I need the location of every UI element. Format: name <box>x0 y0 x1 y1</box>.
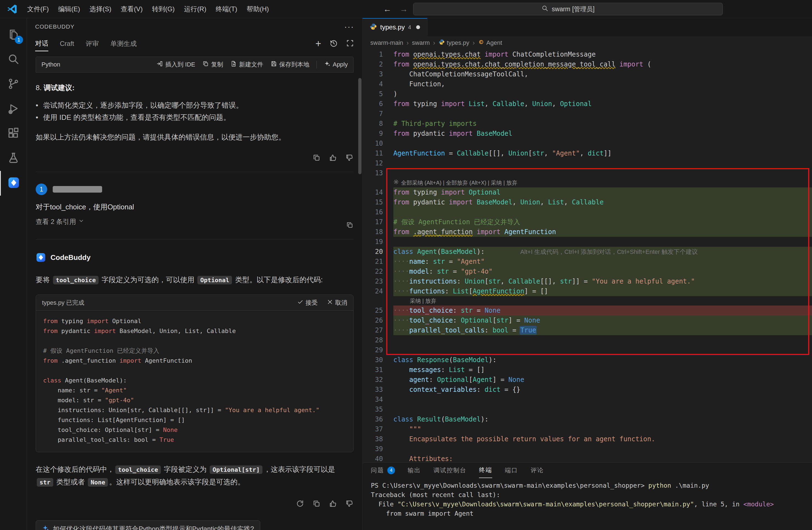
history-icon[interactable] <box>330 39 338 48</box>
codelens-actions[interactable]: 采纳 | 放弃 <box>393 296 812 306</box>
panel-tab-端口[interactable]: 端口 <box>505 463 518 478</box>
more-actions-icon[interactable]: ··· <box>344 22 354 31</box>
unsaved-dot-icon[interactable] <box>416 25 420 29</box>
panel-tab-问题[interactable]: 问题4 <box>371 463 395 478</box>
code-token: typing <box>413 100 437 108</box>
activity-codebuddy[interactable] <box>0 171 27 196</box>
code-token: openai.types.chat <box>413 51 481 58</box>
toolbar-insert-button[interactable]: 插入到 IDE <box>157 60 195 69</box>
text-segment: 在这个修改后的代码中， <box>36 465 114 473</box>
menu-查看(V)[interactable]: 查看(V) <box>116 0 147 18</box>
breadcrumb-item-swarm[interactable]: swarm <box>412 39 430 46</box>
codelens-actions[interactable]: 全部采纳 (Alt+A) | 全部放弃 (Alt+X) | 采纳 | 放弃 <box>393 178 812 187</box>
cancel-button[interactable]: 取消 <box>327 299 347 307</box>
line-number: 39 <box>363 444 393 454</box>
code-token: True <box>159 436 174 443</box>
codebuddy-tab-Craft[interactable]: Craft <box>60 37 74 50</box>
thumbs-up-icon[interactable] <box>329 500 337 509</box>
activity-explorer[interactable]: 1 <box>0 23 27 47</box>
code-token: : <box>429 376 437 383</box>
suggestion-chip[interactable]: 如何优化这段代码使其更符合Python类型提示和Pydantic的最佳实践? <box>36 520 260 530</box>
line-number: 13 <box>363 168 393 178</box>
codebuddy-tab-单测生成[interactable]: 单测生成 <box>110 37 137 51</box>
breadcrumb-item-types.py[interactable]: types.py <box>439 39 469 47</box>
save-icon <box>271 60 277 69</box>
menu-转到(G)[interactable]: 转到(G) <box>147 0 179 18</box>
panel-tab-输出[interactable]: 输出 <box>408 463 421 478</box>
editor[interactable]: 1from openai.types.chat import ChatCompl… <box>363 50 812 462</box>
assistant-name: CodeBuddy <box>50 253 91 262</box>
code-token: ···· <box>393 288 409 295</box>
menu-运行(R)[interactable]: 运行(R) <box>179 0 211 18</box>
activity-run-debug[interactable] <box>0 97 27 122</box>
toolbar-sparkle-button[interactable]: Apply <box>324 60 348 69</box>
breadcrumb-item-Agent[interactable]: Agent <box>478 39 502 47</box>
line-number <box>363 178 393 187</box>
toolbar-new-file-button[interactable]: 新建文件 <box>230 60 263 69</box>
view-references-button[interactable]: 查看 2 条引用 <box>36 217 84 226</box>
python-icon <box>370 23 377 31</box>
code-token: str <box>433 258 445 265</box>
toolbar-save-button[interactable]: 保存到本地 <box>271 60 309 69</box>
menu-帮助(H)[interactable]: 帮助(H) <box>242 0 273 18</box>
activity-source-control[interactable] <box>0 72 27 97</box>
line-content: ····instructions: Union[str, Callable[[]… <box>393 276 812 286</box>
editor-line: 34 <box>363 394 812 404</box>
menu-选择(S)[interactable]: 选择(S) <box>85 0 116 18</box>
message-actions <box>36 500 353 509</box>
codebuddy-tab-对话[interactable]: 对话 <box>35 36 48 51</box>
activity-search[interactable] <box>0 47 27 72</box>
nav-forward-button[interactable]: → <box>400 4 408 14</box>
thumbs-up-icon[interactable] <box>329 154 337 163</box>
code-token: Callable <box>572 198 604 206</box>
code-token <box>393 386 409 393</box>
breadcrumb-item-swarm-main[interactable]: swarm-main <box>370 39 403 46</box>
thumbs-down-icon[interactable] <box>345 500 353 509</box>
code-token: import <box>437 100 469 108</box>
assistant-heading: 8. 调试建议: <box>36 83 353 93</box>
line-content: from pydantic import BaseModel <box>393 129 812 138</box>
new-chat-button[interactable]: + <box>315 40 321 48</box>
copy-icon[interactable] <box>313 500 321 509</box>
code-token: [[], <box>489 150 508 157</box>
menu-终端(T)[interactable]: 终端(T) <box>211 0 242 18</box>
expand-icon[interactable] <box>346 39 354 48</box>
code-token: , <box>501 278 508 285</box>
remote-indicator[interactable] <box>745 0 747 18</box>
activity-extensions[interactable] <box>0 122 27 146</box>
panel-tab-label: 端口 <box>505 466 518 474</box>
editor-line: 17# 假设 AgentFunction 已经定义并导入 <box>363 217 812 227</box>
code-token: pydantic <box>413 198 445 206</box>
line-content <box>393 158 812 168</box>
codebuddy-tab-评审[interactable]: 评审 <box>86 37 99 51</box>
code-token: ···· <box>393 268 409 275</box>
menu-文件(F)[interactable]: 文件(F) <box>23 0 54 18</box>
terminal-output[interactable]: PS C:\Users\v_myye\Downloads\swarm\swarm… <box>363 478 812 530</box>
panel-tab-评论[interactable]: 评论 <box>531 463 544 478</box>
editor-line: 39 <box>363 444 812 454</box>
panel-tab-调试控制台[interactable]: 调试控制台 <box>433 463 466 478</box>
nav-back-button[interactable]: ← <box>383 4 391 14</box>
line-content <box>393 109 812 119</box>
panel-scrollbar[interactable] <box>358 78 362 174</box>
code-token: List <box>453 288 469 295</box>
code-token: import <box>119 357 145 364</box>
command-center-search[interactable]: swarm [管理员] <box>413 3 723 15</box>
card-code-line: from typing import Optional <box>43 316 346 326</box>
toolbar-copy-button[interactable]: 复制 <box>202 60 223 69</box>
line-content: context_variables: dict = {} <box>393 385 812 394</box>
panel-tab-终端[interactable]: 终端 <box>479 463 492 478</box>
code-token: Function, <box>393 80 445 88</box>
menu-编辑(E)[interactable]: 编辑(E) <box>54 0 85 18</box>
breadcrumb-label: Agent <box>487 39 502 46</box>
code-token: BaseModel, Union, List, Callable <box>119 327 236 334</box>
tab-types-py[interactable]: types.py 4 <box>363 18 427 36</box>
copy-icon[interactable] <box>313 154 321 163</box>
thumbs-down-icon[interactable] <box>345 154 353 163</box>
regenerate-icon[interactable] <box>296 500 304 509</box>
activity-testing[interactable] <box>0 146 27 171</box>
line-number: 33 <box>363 385 393 394</box>
code-token: import <box>615 60 647 68</box>
accept-button[interactable]: 接受 <box>297 299 318 307</box>
copy-icon[interactable] <box>346 217 353 231</box>
